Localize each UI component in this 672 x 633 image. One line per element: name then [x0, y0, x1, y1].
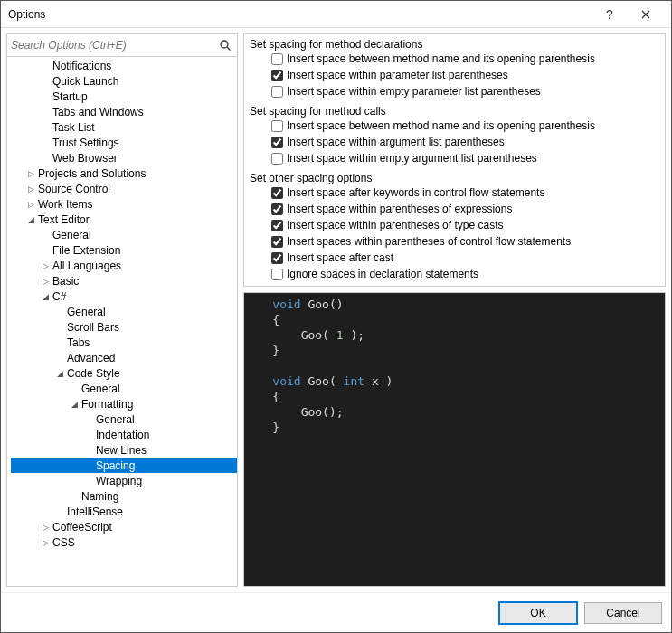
tree-item[interactable]: ▷Basic [11, 273, 237, 288]
tree-item[interactable]: Startup [11, 89, 237, 104]
option-row[interactable]: Insert space between method name and its… [271, 118, 665, 134]
close-button[interactable] [628, 1, 664, 28]
tree-item-label: IntelliSense [65, 505, 123, 518]
tree-item[interactable]: Web Browser [11, 150, 237, 165]
option-label: Insert space within parentheses of type … [287, 219, 503, 231]
tree-item[interactable]: ◢C# [11, 288, 237, 304]
collapse-icon[interactable]: ◢ [25, 215, 36, 224]
option-row[interactable]: Ignore spaces in declaration statements [271, 266, 665, 282]
option-row[interactable]: Insert space within parameter list paren… [271, 67, 665, 83]
options-dialog: Options ? NotificationsQuick LaunchStart… [0, 0, 672, 633]
tree-item[interactable]: General [11, 227, 237, 242]
option-row[interactable]: Insert space within argument list parent… [271, 134, 665, 150]
tree-item[interactable]: Tabs and Windows [11, 104, 237, 119]
option-label: Ignore spaces in declaration statements [287, 268, 478, 280]
code-line: } [244, 343, 665, 358]
expand-icon[interactable]: ▷ [40, 538, 51, 547]
search-icon[interactable] [217, 39, 233, 52]
option-checkbox[interactable] [271, 236, 283, 248]
option-row[interactable]: Insert space after keywords in control f… [271, 184, 665, 201]
collapse-icon[interactable]: ◢ [40, 292, 51, 301]
tree-item[interactable]: General [11, 381, 237, 396]
tree-item[interactable]: New Lines [11, 442, 237, 458]
tree-item[interactable]: Task List [11, 119, 237, 135]
tree-item[interactable]: File Extension [11, 242, 237, 258]
option-label: Insert space within empty argument list … [287, 152, 537, 165]
tree-item[interactable]: ▷CSS [11, 534, 237, 550]
tree-item[interactable]: Indentation [11, 427, 237, 442]
tree-item[interactable]: ▷Projects and Solutions [11, 165, 237, 181]
tree-item[interactable]: Trust Settings [11, 135, 237, 150]
tree-item[interactable]: ◢Text Editor [11, 212, 237, 227]
expand-icon[interactable]: ▷ [25, 169, 36, 178]
option-checkbox[interactable] [271, 252, 283, 264]
option-row[interactable]: Insert space within parentheses of type … [271, 217, 665, 233]
collapse-icon[interactable]: ◢ [69, 400, 80, 409]
option-label: Insert space within empty parameter list… [287, 85, 541, 98]
expand-icon[interactable]: ▷ [40, 277, 51, 286]
option-checkbox[interactable] [271, 53, 283, 65]
tree-item[interactable]: ▷CoffeeScript [11, 519, 237, 534]
help-button[interactable]: ? [592, 1, 628, 28]
tree-item-label: Basic [51, 275, 79, 288]
option-checkbox[interactable] [271, 70, 283, 81]
tree-item[interactable]: ◢Code Style [11, 365, 237, 381]
option-checkbox[interactable] [271, 187, 283, 199]
code-line: { [244, 389, 665, 404]
spacing-options-panel: Set spacing for method declarationsInser… [243, 33, 666, 287]
tree-item-label: General [94, 413, 135, 426]
tree-item-label: CSS [51, 536, 75, 549]
expand-icon[interactable]: ▷ [40, 261, 51, 270]
tree-item-label: Formatting [80, 398, 133, 411]
expand-icon[interactable]: ▷ [25, 200, 36, 209]
ok-button[interactable]: OK [499, 602, 577, 624]
tree-item[interactable]: ▷All Languages [11, 258, 237, 273]
code-line: void Goo( int x ) [244, 373, 665, 389]
tree-item[interactable]: Tabs [11, 335, 237, 350]
tree-item[interactable]: ◢Formatting [11, 396, 237, 411]
option-checkbox[interactable] [271, 203, 283, 215]
tree-item[interactable]: Quick Launch [11, 73, 237, 89]
tree-item[interactable]: General [11, 411, 237, 427]
option-checkbox[interactable] [271, 137, 283, 148]
option-row[interactable]: Insert spaces within parentheses of cont… [271, 233, 665, 250]
tree-item-label: Notifications [51, 60, 111, 72]
help-icon: ? [604, 8, 615, 21]
option-checkbox[interactable] [271, 120, 283, 132]
tree-item[interactable]: General [11, 304, 237, 319]
cancel-button[interactable]: Cancel [584, 602, 662, 624]
option-checkbox[interactable] [271, 153, 283, 165]
option-row[interactable]: Insert space within empty parameter list… [271, 83, 665, 99]
tree-item[interactable]: Naming [11, 488, 237, 504]
svg-text:?: ? [606, 8, 613, 21]
option-row[interactable]: Insert space within empty argument list … [271, 150, 665, 166]
tree-item-label: Spacing [94, 459, 135, 472]
tree-item[interactable]: ▷Work Items [11, 196, 237, 212]
option-label: Insert space within parameter list paren… [287, 69, 508, 81]
tree-item[interactable]: Advanced [11, 350, 237, 365]
tree-item-label: Naming [80, 490, 118, 503]
tree-item[interactable]: Scroll Bars [11, 319, 237, 335]
tree-item[interactable]: ▷Source Control [11, 181, 237, 196]
tree-item-label: File Extension [51, 244, 120, 257]
tree-item[interactable]: Wrapping [11, 473, 237, 488]
collapse-icon[interactable]: ◢ [54, 369, 65, 378]
option-checkbox[interactable] [271, 86, 283, 98]
tree-item-label: Scroll Bars [65, 321, 119, 334]
search-input[interactable] [11, 36, 217, 54]
option-checkbox[interactable] [271, 269, 283, 280]
expand-icon[interactable]: ▷ [25, 184, 36, 194]
option-checkbox[interactable] [271, 220, 283, 231]
option-row[interactable]: Insert space within parentheses of expre… [271, 201, 665, 217]
expand-icon[interactable]: ▷ [40, 523, 51, 532]
tree-item-label: Source Control [36, 183, 110, 195]
option-row[interactable]: Insert space between method name and its… [271, 51, 665, 67]
tree-item-label: Projects and Solutions [36, 167, 146, 180]
tree-item[interactable]: Notifications [11, 58, 237, 73]
tree-item[interactable]: IntelliSense [11, 504, 237, 519]
tree-item-label: Startup [51, 90, 88, 103]
tree-item-label: Advanced [65, 352, 115, 364]
tree-item[interactable]: Spacing [11, 458, 237, 473]
option-row[interactable]: Insert space after cast [271, 250, 665, 266]
options-tree[interactable]: NotificationsQuick LaunchStartupTabs and… [7, 57, 237, 586]
